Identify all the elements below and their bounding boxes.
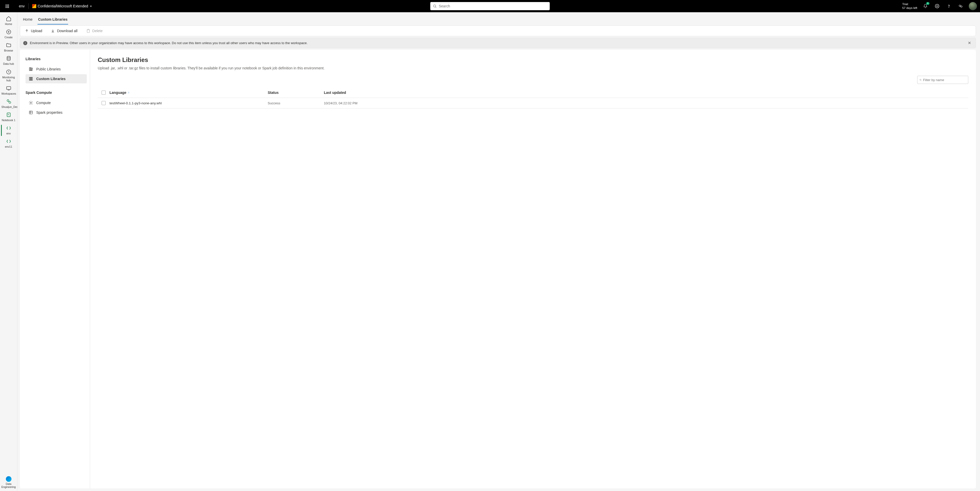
- svg-rect-24: [30, 68, 32, 71]
- info-icon: i: [23, 41, 27, 45]
- sidebar-item-public-libraries[interactable]: Public Libraries: [25, 65, 87, 74]
- nav-data-engineering[interactable]: Data Engineering: [1, 475, 16, 491]
- preview-banner: i Environment is in Preview. Other users…: [20, 38, 976, 48]
- nav-create[interactable]: Create: [1, 27, 16, 41]
- content-area: Custom Libraries Upload .jar, .whl or .t…: [90, 50, 976, 488]
- upload-button[interactable]: Upload: [23, 27, 44, 35]
- svg-line-17: [9, 101, 9, 102]
- svg-line-1: [435, 7, 436, 8]
- page-title: Custom Libraries: [98, 56, 968, 64]
- search-icon: [433, 4, 437, 8]
- column-header-status[interactable]: Status: [268, 91, 324, 95]
- sensitivity-label[interactable]: Confidential\Microsoft Extended ▼: [32, 4, 92, 8]
- app-launcher-icon[interactable]: [3, 2, 11, 10]
- svg-point-15: [7, 100, 9, 101]
- svg-line-34: [921, 80, 921, 81]
- column-header-updated[interactable]: Last updated: [324, 91, 968, 95]
- nav-home[interactable]: Home: [1, 14, 16, 27]
- sidebar-item-compute[interactable]: Compute: [25, 98, 87, 107]
- help-icon[interactable]: [945, 3, 953, 10]
- close-banner-button[interactable]: ✕: [966, 40, 973, 46]
- nav-notebook[interactable]: Notebook 1: [1, 110, 16, 124]
- nav-env11[interactable]: env11: [1, 137, 16, 150]
- sidebar: Libraries Public Libraries Custom Librar…: [20, 50, 90, 488]
- column-header-language[interactable]: Language ↑: [110, 91, 268, 95]
- row-name: testWheel-0.1.1-py3-none-any.whl: [110, 101, 268, 105]
- user-avatar[interactable]: [969, 2, 977, 10]
- svg-rect-28: [32, 77, 32, 80]
- nav-env[interactable]: env: [1, 124, 16, 137]
- select-all-checkbox[interactable]: [102, 91, 106, 95]
- row-status: Success: [268, 101, 324, 105]
- sensitivity-icon: [32, 4, 36, 8]
- svg-point-29: [30, 102, 32, 103]
- trial-status: Trial: 57 days left: [902, 2, 917, 10]
- svg-rect-23: [29, 68, 30, 71]
- filter-search-icon: [920, 78, 921, 82]
- tab-custom-libraries[interactable]: Custom Libraries: [38, 15, 68, 24]
- svg-rect-26: [29, 77, 30, 80]
- filter-input[interactable]: [923, 78, 966, 82]
- svg-rect-27: [30, 77, 32, 80]
- topbar: env Confidential\Microsoft Extended ▼ Tr…: [0, 0, 980, 12]
- svg-point-16: [9, 102, 11, 103]
- row-checkbox[interactable]: [102, 101, 106, 105]
- page-subtitle: Upload .jar, .whl or .tar.gz files to in…: [98, 66, 968, 70]
- nav-workspaces[interactable]: Workspaces: [1, 84, 16, 97]
- nav-browse[interactable]: Browse: [1, 41, 16, 54]
- row-updated: 10/24/23, 04:22:02 PM: [324, 101, 968, 105]
- libraries-table: Language ↑ Status Last updated testWheel…: [98, 87, 968, 108]
- svg-point-0: [434, 5, 436, 7]
- main-tabs: Home Custom Libraries: [20, 14, 976, 24]
- svg-point-6: [961, 6, 962, 7]
- sidebar-item-custom-libraries[interactable]: Custom Libraries: [25, 74, 87, 83]
- sidebar-section-libraries: Libraries: [25, 57, 87, 61]
- svg-point-5: [959, 5, 961, 6]
- feedback-icon[interactable]: [957, 3, 964, 10]
- nav-workspace-env[interactable]: Shuaijun_Demo_Env: [1, 97, 16, 110]
- svg-point-2: [937, 6, 938, 7]
- svg-point-33: [920, 79, 921, 80]
- sort-ascending-icon: ↑: [128, 91, 129, 94]
- svg-rect-13: [6, 86, 11, 89]
- toolbar: Upload Download all Delete: [20, 25, 976, 36]
- download-all-button[interactable]: Download all: [49, 27, 80, 35]
- topbar-separator: [28, 3, 29, 9]
- nav-rail: Home Create Browse Data hub Monitoring h…: [0, 12, 18, 491]
- notification-badge: 6: [926, 2, 929, 5]
- search-box[interactable]: [430, 2, 550, 10]
- notifications-icon[interactable]: 6: [922, 3, 929, 10]
- settings-icon[interactable]: [934, 3, 941, 10]
- svg-rect-18: [7, 113, 10, 117]
- search-input[interactable]: [439, 4, 547, 8]
- sidebar-item-spark-properties[interactable]: Spark properties: [25, 108, 87, 117]
- svg-point-11: [7, 56, 10, 58]
- svg-line-7: [960, 6, 961, 6]
- tab-home[interactable]: Home: [22, 15, 33, 24]
- nav-monitoring-hub[interactable]: Monitoring hub: [1, 68, 16, 84]
- delete-button: Delete: [84, 27, 105, 35]
- table-row[interactable]: testWheel-0.1.1-py3-none-any.whl Success…: [98, 98, 968, 108]
- svg-rect-25: [32, 68, 32, 71]
- sidebar-section-spark: Spark Compute: [25, 91, 87, 95]
- env-name: env: [19, 4, 25, 8]
- chevron-down-icon: ▼: [89, 5, 92, 8]
- nav-data-hub[interactable]: Data hub: [1, 54, 16, 67]
- filter-box[interactable]: [917, 76, 968, 84]
- data-engineering-icon: [6, 476, 11, 482]
- svg-rect-30: [29, 111, 32, 114]
